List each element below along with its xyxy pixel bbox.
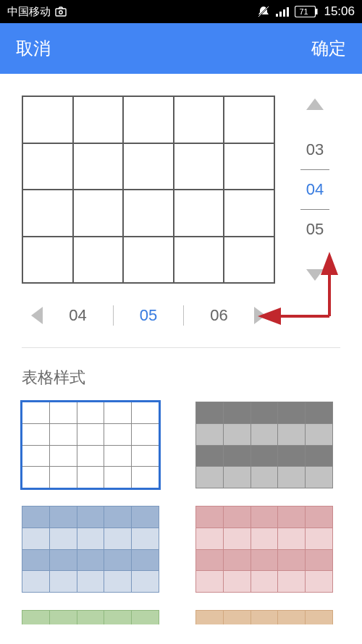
cancel-button[interactable]: 取消 <box>16 37 51 60</box>
row-selected-value[interactable]: 04 <box>303 179 327 200</box>
svg-rect-5 <box>279 12 282 17</box>
content-area: 03 04 05 04 05 06 表格样 <box>0 74 362 644</box>
signal-icon <box>276 7 289 17</box>
table-preview <box>22 96 275 284</box>
row-next-value[interactable]: 05 <box>303 219 327 240</box>
svg-rect-7 <box>287 7 289 17</box>
col-prev-value[interactable]: 04 <box>60 306 95 325</box>
screenshot-icon <box>55 7 67 17</box>
row-prev-value[interactable]: 03 <box>303 139 327 161</box>
svg-rect-4 <box>276 14 278 17</box>
styles-grid <box>22 402 340 593</box>
table-style-plain[interactable] <box>22 402 159 488</box>
table-style-red[interactable] <box>195 506 333 593</box>
styles-section-title: 表格样式 <box>22 367 340 389</box>
table-style-gray[interactable] <box>195 402 333 488</box>
row-up-button[interactable] <box>306 98 324 110</box>
col-left-button[interactable] <box>31 307 43 324</box>
battery-icon: 71 <box>295 6 318 17</box>
table-style-green[interactable] <box>22 610 159 624</box>
col-selected-value[interactable]: 05 <box>131 306 166 325</box>
row-down-button[interactable] <box>306 269 324 281</box>
confirm-button[interactable]: 确定 <box>311 37 346 60</box>
mute-icon <box>257 5 270 18</box>
dialog-header: 取消 确定 <box>0 23 362 74</box>
svg-rect-9 <box>316 9 318 14</box>
svg-point-1 <box>59 11 62 14</box>
col-next-value[interactable]: 06 <box>201 306 236 325</box>
table-style-orange[interactable] <box>195 610 333 624</box>
status-bar: 中国移动 71 15:06 <box>0 0 362 23</box>
row-count-picker: 03 04 05 <box>290 96 340 284</box>
column-count-picker: 04 05 06 <box>22 305 275 326</box>
divider <box>22 347 340 348</box>
col-right-button[interactable] <box>254 307 266 324</box>
svg-rect-0 <box>56 9 66 16</box>
svg-rect-6 <box>283 9 285 17</box>
clock: 15:06 <box>324 4 355 19</box>
table-style-blue[interactable] <box>22 506 159 593</box>
carrier-label: 中国移动 <box>7 5 51 19</box>
